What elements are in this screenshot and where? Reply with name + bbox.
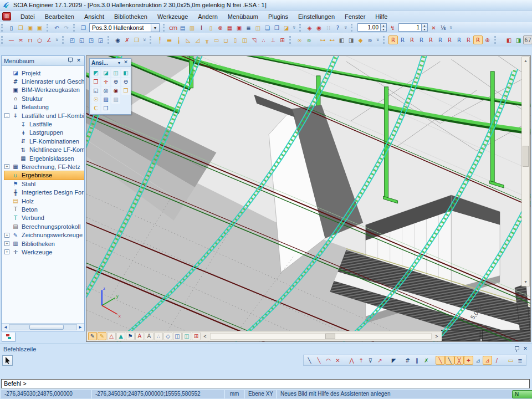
select-glasses-icon[interactable]: ∞ (295, 35, 304, 44)
shaded-icon[interactable]: ▲ (116, 332, 125, 340)
image-save-icon[interactable]: ▨ (101, 95, 110, 104)
pair-add-icon[interactable]: ⊶ (318, 35, 328, 44)
new-document-icon[interactable]: ▯ (7, 23, 16, 32)
polyline-icon[interactable]: ⊓ (25, 35, 35, 44)
count-spinner[interactable]: 1 ▲▼ (398, 23, 428, 32)
result-moment-icon[interactable]: R (407, 35, 417, 44)
tree-expander-icon[interactable] (4, 190, 9, 195)
result-normal-icon[interactable]: R (388, 35, 398, 44)
scale-bar-icon[interactable]: ≣ (515, 356, 525, 365)
result-reactions-icon[interactable]: R (436, 35, 445, 44)
menu-ansicht[interactable]: Ansicht (79, 12, 109, 21)
close-icon[interactable]: ✕ (75, 58, 82, 64)
tree-item-projekt[interactable]: ◪ Projekt (4, 69, 84, 77)
scale-spinner-value[interactable]: 1.00 (357, 23, 381, 32)
tree-item-struktur[interactable]: ⌂ Struktur (4, 94, 84, 103)
undo-icon[interactable]: ↶ (52, 23, 62, 32)
scale-spinner[interactable]: 1.00 ▲▼ (357, 23, 387, 32)
labels-off-icon[interactable]: A (145, 332, 154, 340)
dot-grid-icon[interactable]: ∷ (324, 23, 333, 32)
tree-expander-icon[interactable] (4, 173, 9, 178)
arbitrary-member-icon[interactable]: ◿ (193, 35, 202, 44)
open-project-icon[interactable]: ❒ (16, 23, 25, 32)
menu-plugins[interactable]: Plugins (263, 12, 293, 21)
palette-dropdown-icon[interactable]: ▼ (116, 61, 122, 65)
clipboard-icon[interactable]: ▯ (206, 23, 216, 32)
result-class-icon[interactable]: R (464, 35, 473, 44)
save-all-icon[interactable]: ▣ (35, 23, 44, 32)
tree-item-verbund[interactable]: T Verbund (4, 214, 84, 222)
snap-angle-locked-icon[interactable]: ⊿ (483, 356, 492, 365)
paste-attributes-icon[interactable]: ◨ (346, 35, 356, 44)
line-icon[interactable]: — (7, 35, 16, 44)
viewport-3d-scene[interactable]: 5,000 z y x (86, 56, 530, 341)
toolbar-overflow-icon[interactable]: » (341, 24, 350, 30)
zoom-out-icon[interactable]: ⊖ (121, 78, 130, 86)
scroll-down-icon[interactable]: ▼ (524, 278, 528, 286)
wireframe-icon[interactable]: △ (107, 332, 116, 340)
cross-sections-icon[interactable]: I (197, 23, 206, 32)
intersect-check-icon[interactable]: ✕ (429, 23, 438, 32)
clip-box-icon[interactable]: ❒ (91, 78, 100, 86)
haunch-member-icon[interactable]: ◺ (183, 35, 193, 44)
scroll-thumb[interactable] (523, 146, 529, 167)
print-area-icon[interactable]: ❒ (121, 86, 130, 95)
status-green-button[interactable]: N (512, 390, 532, 398)
wall-icon[interactable]: ▯ (231, 35, 240, 44)
tree-expander-icon[interactable]: + (4, 241, 9, 246)
project-combo-value[interactable]: Pos.3.0 Hallenkonst (89, 23, 151, 32)
close-icon[interactable]: ✕ (522, 346, 529, 352)
tree-item-nichtlineare-lf-komb[interactable]: ⇅ Nichtlineare LF-Komb (4, 146, 84, 154)
scroll-right-icon[interactable]: ► (77, 324, 84, 331)
copy-attributes-icon[interactable]: ◧ (337, 35, 346, 44)
scroll-thumb[interactable] (29, 325, 64, 330)
tree-expander-icon[interactable]: + (4, 164, 9, 169)
count-spinner-value[interactable]: 1 (398, 23, 422, 32)
pin-icon[interactable] (514, 346, 520, 352)
result-preview-icon[interactable]: ◧ (504, 35, 514, 44)
snap-columns-icon[interactable]: ∥ (412, 356, 422, 365)
view-y-icon[interactable]: ◪ (101, 69, 110, 77)
menu-hilfe[interactable]: Hilfe (370, 12, 392, 21)
menu-bearbeiten[interactable]: Bearbeiten (40, 12, 79, 21)
volumes-icon[interactable]: ◇ (163, 332, 172, 340)
tree-item-belastung[interactable]: ⇊ Belastung (4, 103, 84, 111)
view-x-icon[interactable]: ◩ (91, 69, 100, 77)
visibility-eye-icon[interactable]: ◉ (113, 35, 122, 44)
image-off-icon[interactable]: ▨ (111, 95, 120, 104)
tree-expander-icon[interactable] (4, 79, 9, 84)
project-combo-dropdown-icon[interactable]: ▼ (151, 23, 160, 32)
result-stress-icon[interactable]: R (426, 35, 436, 44)
wire-mode-icon[interactable]: C (91, 104, 100, 112)
cursor-mode-button[interactable] (2, 355, 13, 366)
tree-expander-icon[interactable]: - (4, 113, 9, 118)
snap-mode-cross-icon[interactable]: ╳ (454, 356, 464, 365)
command-input[interactable]: Befehl > (1, 379, 530, 388)
dimension-line-icon[interactable]: ≍ (16, 35, 25, 44)
toolbar-overflow-icon[interactable]: » (290, 24, 298, 30)
opening-icon[interactable]: ▭ (212, 35, 221, 44)
scroll-up-icon[interactable]: ▲ (524, 57, 528, 65)
palette-close-icon[interactable]: ✕ (122, 59, 129, 66)
snap-tangent-icon[interactable]: ↗ (375, 356, 385, 365)
viewport-hscroll-track[interactable] (210, 333, 432, 340)
tree-item-ergebnisklassen[interactable]: ▦ Ergebnisklassen (4, 154, 84, 162)
tree-item-holz[interactable]: ▤ Holz (4, 197, 84, 205)
tree-item-linienraster[interactable]: # Linienraster und Geschos (4, 77, 84, 85)
scale-spinner-arrows[interactable]: ▲▼ (381, 23, 387, 32)
table-results-icon[interactable]: ▣ (234, 23, 244, 32)
ruler-icon[interactable]: ▭ (506, 356, 515, 365)
tree-item-werkzeuge[interactable]: + ✛ Werkzeuge (4, 248, 84, 256)
snap-free-line-icon[interactable]: / (492, 356, 502, 365)
viewport-hscroll-thumb[interactable] (325, 334, 335, 339)
tree-expander-icon[interactable]: + (4, 233, 9, 238)
snap-peak-icon[interactable]: ⋀ (347, 356, 356, 365)
sidebar-hscrollbar[interactable]: ◄ ► (2, 323, 84, 331)
engineering-report-icon[interactable]: ❐ (272, 23, 282, 32)
tree-item-zeichnungswerkzeuge[interactable]: + ✎ Zeichnungswerkzeuge (4, 231, 84, 239)
ucs-axes-icon[interactable]: ✛ (101, 78, 110, 86)
tree-expander-icon[interactable] (4, 198, 9, 203)
truss-icon[interactable]: ◹ (249, 35, 259, 44)
move-icon[interactable]: ◲ (96, 35, 105, 44)
tree-expander-icon[interactable] (4, 88, 9, 93)
